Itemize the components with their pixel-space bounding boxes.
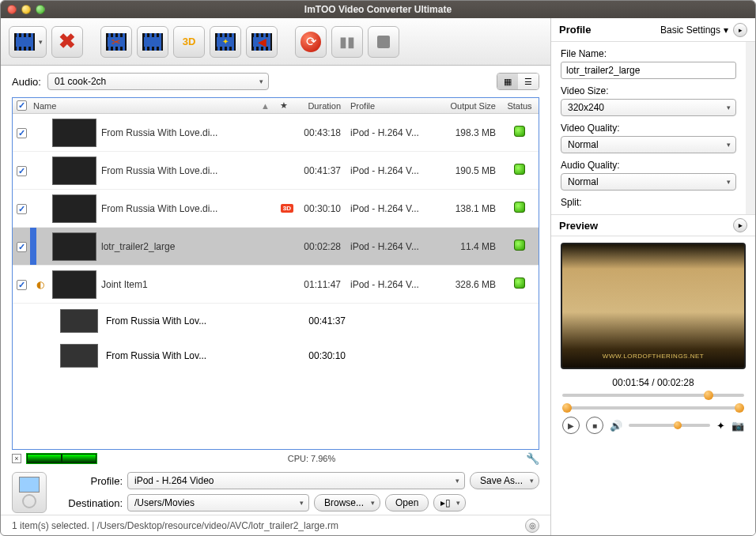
stop-preview-button[interactable]: ■ xyxy=(586,417,603,434)
col-output-size[interactable]: Output Size xyxy=(439,101,501,111)
status-indicator xyxy=(514,202,525,213)
open-button[interactable]: Open xyxy=(385,494,429,511)
destination-select[interactable]: /Users/Movies xyxy=(127,494,309,511)
list-view-button[interactable]: ☰ xyxy=(518,74,539,89)
preview-expand-button[interactable]: ▸ xyxy=(733,218,747,232)
x-icon: ✖ xyxy=(59,29,76,54)
row-checkbox[interactable] xyxy=(17,204,27,214)
videoquality-label: Video Quality: xyxy=(561,123,736,134)
file-name: From Russia With Lov... xyxy=(106,350,308,361)
status-indicator xyxy=(514,240,525,251)
audio-label: Audio: xyxy=(12,76,41,88)
profile-cell: iPod - H.264 V... xyxy=(346,241,439,252)
thumbnail xyxy=(52,270,96,299)
filename-input[interactable] xyxy=(561,62,736,79)
remove-button[interactable]: ✖ xyxy=(51,26,83,58)
col-profile[interactable]: Profile xyxy=(346,101,439,111)
merge-button[interactable]: ◀ xyxy=(246,26,278,58)
row-checkbox[interactable] xyxy=(17,280,27,290)
close-list-icon[interactable]: × xyxy=(12,454,21,463)
pause-button[interactable]: ▮▮ xyxy=(331,26,363,58)
joint-icon: ◐ xyxy=(36,279,47,290)
size-cell: 328.6 MB xyxy=(439,279,501,290)
convert-button[interactable]: ⟳ xyxy=(295,26,327,58)
volume-slider[interactable] xyxy=(629,424,710,427)
duration-cell: 00:30:10 xyxy=(293,203,346,214)
table-row[interactable]: From Russia With Love.di...00:43:18iPod … xyxy=(13,114,539,152)
row-checkbox[interactable] xyxy=(17,128,27,138)
range-slider[interactable] xyxy=(562,404,744,412)
size-cell: 11.4 MB xyxy=(439,241,501,252)
preview-video[interactable]: WWW.LORDOFTHERINGS.NET xyxy=(561,243,746,369)
col-duration[interactable]: Duration xyxy=(293,101,346,111)
3d-badge: 3D xyxy=(281,204,293,213)
table-row[interactable]: From Russia With Love.di...3D00:30:10iPo… xyxy=(13,190,539,228)
audioquality-select[interactable]: Normal xyxy=(561,173,736,191)
duration-cell: 00:30:10 xyxy=(308,350,346,361)
info-icon[interactable]: ◎ xyxy=(525,519,539,533)
view-toggle[interactable]: ▦ ☰ xyxy=(497,73,539,90)
play-button[interactable]: ▶ xyxy=(562,417,580,434)
effects-button[interactable]: ✦ xyxy=(210,26,241,58)
browse-button[interactable]: Browse... xyxy=(314,494,380,511)
size-cell: 190.5 MB xyxy=(439,165,501,176)
duration-cell: 00:43:18 xyxy=(293,127,346,138)
duration-cell: 00:41:37 xyxy=(308,315,346,327)
file-list: Name▲ ★ Duration Profile Output Size Sta… xyxy=(12,97,539,450)
sub-row[interactable]: From Russia With Lov...00:30:10 xyxy=(13,338,539,373)
sub-row[interactable]: From Russia With Lov...00:41:37 xyxy=(13,304,539,338)
select-all-checkbox[interactable] xyxy=(17,100,27,111)
filename-label: File Name: xyxy=(561,48,736,59)
thumbnail xyxy=(52,194,96,223)
thumbnail xyxy=(60,309,98,333)
thumbnail xyxy=(52,119,96,147)
status-indicator xyxy=(514,126,525,137)
audio-select[interactable]: 01 cook-2ch xyxy=(47,73,269,90)
profile-select[interactable]: iPod - H.264 Video xyxy=(127,472,465,489)
settings-icon[interactable]: 🔧 xyxy=(526,452,539,465)
device-icon xyxy=(12,472,47,513)
basic-settings-dropdown[interactable]: Basic Settings ▾ xyxy=(660,25,728,36)
videosize-select[interactable]: 320x240 xyxy=(561,99,736,116)
stop-icon xyxy=(377,36,390,48)
effects-preview-icon[interactable]: ✦ xyxy=(716,420,725,432)
table-row[interactable]: From Russia With Love.di...00:41:37iPod … xyxy=(13,152,539,190)
add-file-button[interactable] xyxy=(9,26,47,58)
edit-button[interactable] xyxy=(137,26,168,58)
videoquality-select[interactable]: Normal xyxy=(561,136,736,153)
file-name: From Russia With Love.di... xyxy=(101,127,293,138)
3d-button[interactable]: 3D xyxy=(173,26,205,58)
thumbnail xyxy=(52,232,96,261)
col-status[interactable]: Status xyxy=(501,101,539,111)
output-device-button[interactable]: ▸▯ xyxy=(433,494,466,511)
file-name: Joint Item1 xyxy=(101,279,293,290)
list-header[interactable]: Name▲ ★ Duration Profile Output Size Sta… xyxy=(13,98,539,114)
profile-label: Profile: xyxy=(55,475,123,487)
col-name[interactable]: Name▲ xyxy=(30,101,274,111)
duration-cell: 00:41:37 xyxy=(293,165,346,176)
main-toolbar: ✖ ✂ 3D ✦ ◀ ⟳ ▮▮ xyxy=(1,18,550,66)
table-row[interactable]: lotr_trailer2_large00:02:28iPod - H.264 … xyxy=(13,228,539,266)
file-name: lotr_trailer2_large xyxy=(101,241,293,252)
snapshot-button[interactable]: 📷 xyxy=(731,420,744,432)
profile-cell: iPod - H.264 V... xyxy=(346,127,439,138)
thumbnail-view-button[interactable]: ▦ xyxy=(497,74,518,89)
stop-button[interactable] xyxy=(368,26,399,58)
profile-cell: iPod - H.264 V... xyxy=(346,165,439,176)
row-checkbox[interactable] xyxy=(17,166,27,176)
duration-cell: 00:02:28 xyxy=(293,241,346,252)
thumbnail xyxy=(60,344,98,368)
preview-timecode: 00:01:54 / 00:02:28 xyxy=(551,377,755,388)
row-checkbox[interactable] xyxy=(17,242,27,252)
seek-slider[interactable] xyxy=(562,391,744,399)
clip-button[interactable]: ✂ xyxy=(100,26,132,58)
file-name: From Russia With Lov... xyxy=(106,315,308,327)
profile-expand-button[interactable]: ▸ xyxy=(733,23,747,37)
cpu-label: CPU: 7.96% xyxy=(102,454,521,463)
save-as-button[interactable]: Save As... xyxy=(470,472,539,489)
table-row[interactable]: ◐Joint Item101:11:47iPod - H.264 V...328… xyxy=(13,266,539,304)
volume-icon[interactable]: 🔊 xyxy=(610,420,622,432)
split-label: Split: xyxy=(561,197,736,208)
profile-cell: iPod - H.264 V... xyxy=(346,203,439,214)
col-star[interactable]: ★ xyxy=(274,100,293,111)
